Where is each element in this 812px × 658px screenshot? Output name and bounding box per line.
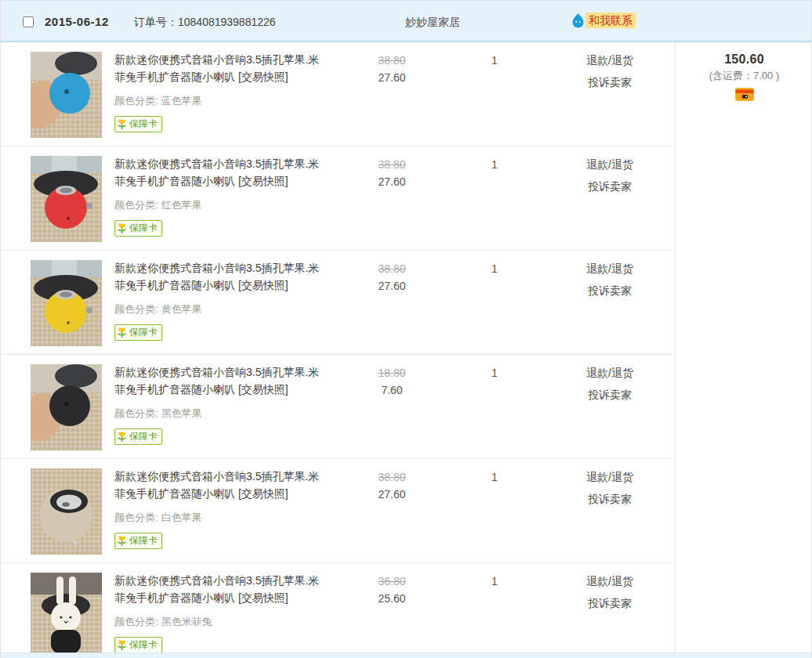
current-price: 27.60 [353, 486, 430, 503]
current-price: 27.60 [353, 69, 430, 86]
order-item-row: 新款迷你便携式音箱小音响3.5插孔苹果.米菲兔手机扩音器随小喇叭 [交易快照] … [1, 146, 675, 251]
warranty-card-badge[interactable]: 保障卡 [114, 220, 162, 237]
sku-color: 颜色分类:黑色米菲兔 [114, 615, 328, 629]
original-price: 36.80 [353, 573, 430, 590]
order-date: 2015-06-12 [45, 15, 109, 28]
original-price: 38.80 [353, 468, 430, 486]
sku-color-value: 黄色苹果 [161, 303, 202, 315]
sku-color: 颜色分类:白色苹果 [114, 511, 328, 525]
refund-return-link[interactable]: 退款/退货 [557, 573, 662, 590]
product-image[interactable] [31, 156, 102, 242]
product-info: 新款迷你便携式音箱小音响3.5插孔苹果.米菲兔手机扩音器随小喇叭 [交易快照] … [114, 363, 328, 446]
product-title-text[interactable]: 新款迷你便携式音箱小音响3.5插孔苹果.米菲兔手机扩音器随小喇叭 [114, 470, 319, 500]
order-total-amount: 150.60 [676, 52, 812, 67]
snapshot-link[interactable]: [交易快照] [238, 487, 288, 500]
sku-color-label: 颜色分类: [114, 512, 158, 523]
product-info: 新款迷你便携式音箱小音响3.5插孔苹果.米菲兔手机扩音器随小喇叭 [交易快照] … [114, 51, 328, 134]
complain-seller-link[interactable]: 投诉卖家 [557, 490, 662, 508]
order-select-checkbox[interactable] [23, 16, 34, 27]
quantity-cell: 1 [469, 573, 520, 590]
order-number-value: 1084081939881226 [178, 16, 276, 28]
product-title[interactable]: 新款迷你便携式音箱小音响3.5插孔苹果.米菲兔手机扩音器随小喇叭 [交易快照] [114, 468, 328, 502]
order-header-bar: 2015-06-12 订单号：1084081939881226 妙妙屋家居 和我… [1, 0, 811, 42]
product-image[interactable] [31, 260, 102, 346]
product-title-text[interactable]: 新款迷你便携式音箱小音响3.5插孔苹果.米菲兔手机扩音器随小喇叭 [114, 53, 319, 83]
actions-cell: 退款/退货 投诉卖家 [557, 52, 662, 96]
original-price: 38.80 [353, 260, 430, 277]
snapshot-link[interactable]: [交易快照] [238, 279, 288, 291]
warranty-card-badge[interactable]: 保障卡 [114, 637, 162, 653]
complain-seller-link[interactable]: 投诉卖家 [557, 74, 662, 91]
price-cell: 36.80 25.60 [353, 573, 430, 607]
warranty-card-badge[interactable]: 保障卡 [114, 533, 162, 549]
product-title-text[interactable]: 新款迷你便携式音箱小音响3.5插孔苹果.米菲兔手机扩音器随小喇叭 [114, 366, 319, 396]
refund-return-link[interactable]: 退款/退货 [557, 52, 662, 69]
warranty-card-label: 保障卡 [129, 118, 158, 131]
product-image[interactable] [31, 52, 102, 138]
snapshot-link[interactable]: [交易快照] [238, 383, 288, 396]
sku-color-label: 颜色分类: [114, 199, 158, 211]
warranty-card-label: 保障卡 [129, 430, 158, 443]
quantity-cell: 1 [469, 52, 520, 69]
warranty-card-label: 保障卡 [129, 222, 158, 235]
product-info: 新款迷你便携式音箱小音响3.5插孔苹果.米菲兔手机扩音器随小喇叭 [交易快照] … [114, 155, 328, 238]
sku-color-value: 白色苹果 [161, 512, 202, 523]
product-title[interactable]: 新款迷你便携式音箱小音响3.5插孔苹果.米菲兔手机扩音器随小喇叭 [交易快照] [114, 363, 328, 398]
product-title[interactable]: 新款迷你便携式音箱小音响3.5插孔苹果.米菲兔手机扩音器随小喇叭 [交易快照] [114, 259, 328, 294]
complain-seller-link[interactable]: 投诉卖家 [557, 282, 662, 299]
refund-return-link[interactable]: 退款/退货 [557, 156, 662, 173]
product-title[interactable]: 新款迷你便携式音箱小音响3.5插孔苹果.米菲兔手机扩音器随小喇叭 [交易快照] [114, 572, 328, 606]
current-price: 25.60 [353, 590, 430, 607]
product-image[interactable] [31, 468, 102, 555]
warranty-card-badge[interactable]: 保障卡 [114, 428, 162, 445]
warranty-card-badge[interactable]: 保障卡 [114, 116, 162, 132]
quantity-cell: 1 [469, 260, 520, 277]
product-info: 新款迷你便携式音箱小音响3.5插孔苹果.米菲兔手机扩音器随小喇叭 [交易快照] … [114, 259, 328, 342]
product-title-text[interactable]: 新款迷你便携式音箱小音响3.5插孔苹果.米菲兔手机扩音器随小喇叭 [114, 574, 319, 604]
complain-seller-link[interactable]: 投诉卖家 [557, 386, 662, 403]
product-title-text[interactable]: 新款迷你便携式音箱小音响3.5插孔苹果.米菲兔手机扩音器随小喇叭 [114, 157, 319, 187]
product-title-text[interactable]: 新款迷你便携式音箱小音响3.5插孔苹果.米菲兔手机扩音器随小喇叭 [114, 262, 319, 291]
sku-color: 颜色分类:黑色苹果 [114, 407, 328, 421]
bank-card-icon[interactable] [735, 88, 754, 101]
tulip-icon [116, 639, 128, 652]
sku-color: 颜色分类:红色苹果 [114, 198, 328, 212]
tulip-icon [116, 118, 128, 131]
sku-color-label: 颜色分类: [114, 95, 158, 107]
snapshot-link[interactable]: [交易快照] [238, 70, 288, 83]
sku-color-value: 黑色米菲兔 [161, 616, 212, 627]
snapshot-link[interactable]: [交易快照] [238, 591, 288, 604]
product-title[interactable]: 新款迷你便携式音箱小音响3.5插孔苹果.米菲兔手机扩音器随小喇叭 [交易快照] [114, 51, 328, 85]
sku-color-value: 黑色苹果 [161, 407, 202, 419]
product-image[interactable] [31, 364, 102, 450]
sku-color: 颜色分类:蓝色苹果 [114, 94, 328, 108]
warranty-card-badge[interactable]: 保障卡 [114, 324, 162, 341]
quantity-cell: 1 [469, 468, 520, 486]
price-cell: 38.80 27.60 [353, 52, 430, 86]
next-order-header-edge [1, 653, 811, 658]
order-content: 新款迷你便携式音箱小音响3.5插孔苹果.米菲兔手机扩音器随小喇叭 [交易快照] … [1, 42, 811, 658]
shop-name-link[interactable]: 妙妙屋家居 [405, 16, 460, 30]
quantity-cell: 1 [469, 156, 520, 173]
refund-return-link[interactable]: 退款/退货 [557, 260, 662, 277]
product-title[interactable]: 新款迷你便携式音箱小音响3.5插孔苹果.米菲兔手机扩音器随小喇叭 [交易快照] [114, 155, 328, 190]
complain-seller-link[interactable]: 投诉卖家 [557, 178, 662, 195]
current-price: 27.60 [353, 277, 430, 295]
sku-color-value: 红色苹果 [161, 199, 202, 211]
order-summary-column: 150.60 (含运费：7.00 ) [675, 42, 812, 658]
price-cell: 38.80 27.60 [353, 156, 430, 190]
wangwang-icon [571, 13, 585, 28]
actions-cell: 退款/退货 投诉卖家 [557, 156, 662, 200]
sku-color-label: 颜色分类: [114, 303, 158, 315]
actions-cell: 退款/退货 投诉卖家 [557, 573, 662, 616]
contact-seller-button[interactable]: 和我联系 [571, 13, 636, 28]
snapshot-link[interactable]: [交易快照] [238, 175, 288, 187]
price-cell: 38.80 27.60 [353, 260, 430, 295]
refund-return-link[interactable]: 退款/退货 [557, 364, 662, 381]
original-price: 38.80 [353, 156, 430, 173]
complain-seller-link[interactable]: 投诉卖家 [557, 595, 662, 612]
refund-return-link[interactable]: 退款/退货 [557, 468, 662, 486]
order-item-row: 新款迷你便携式音箱小音响3.5插孔苹果.米菲兔手机扩音器随小喇叭 [交易快照] … [1, 563, 675, 658]
price-cell: 18.80 7.60 [353, 364, 430, 399]
product-image[interactable] [31, 573, 102, 658]
